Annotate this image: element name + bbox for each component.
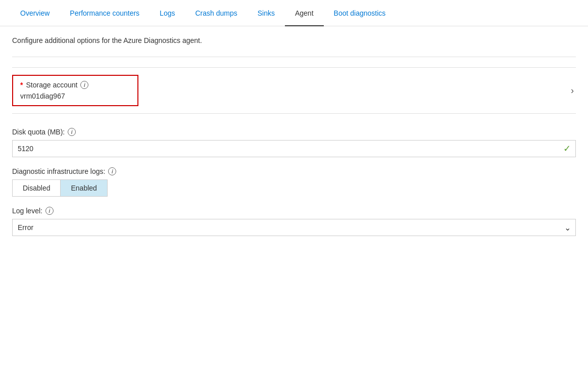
disk-quota-valid-icon: ✓ xyxy=(563,143,571,154)
log-level-label: Log level: xyxy=(12,207,42,215)
tab-overview[interactable]: Overview xyxy=(10,0,60,26)
required-indicator: * xyxy=(20,81,23,89)
tab-crash-dumps[interactable]: Crash dumps xyxy=(185,0,247,26)
log-level-group: Log level: i Error Warning Information V… xyxy=(12,207,576,236)
diagnostic-logs-disabled-btn[interactable]: Disabled xyxy=(12,179,60,197)
log-level-info-icon[interactable]: i xyxy=(45,207,54,215)
diagnostic-logs-label: Diagnostic infrastructure logs: xyxy=(12,167,105,175)
tab-navigation: OverviewPerformance countersLogsCrash du… xyxy=(0,0,588,26)
storage-account-chevron-icon[interactable]: › xyxy=(571,85,576,96)
page-description: Configure additional options for the Azu… xyxy=(12,36,576,44)
diagnostic-logs-enabled-btn[interactable]: Enabled xyxy=(60,179,107,197)
main-content: Configure additional options for the Azu… xyxy=(0,26,588,256)
log-level-select[interactable]: Error Warning Information Verbose xyxy=(12,219,576,236)
disk-quota-input-wrapper: ✓ xyxy=(12,140,576,157)
disk-quota-label: Disk quota (MB): xyxy=(12,128,65,136)
diagnostic-logs-group: Diagnostic infrastructure logs: i Disabl… xyxy=(12,167,576,197)
disk-quota-group: Disk quota (MB): i ✓ xyxy=(12,128,576,157)
storage-account-info-icon[interactable]: i xyxy=(80,81,88,89)
storage-account-label: Storage account xyxy=(26,81,77,89)
section-divider xyxy=(12,57,576,57)
storage-account-section: * Storage account i vrm01diag967 › xyxy=(12,67,576,114)
storage-account-field[interactable]: * Storage account i vrm01diag967 xyxy=(12,75,138,106)
diagnostic-logs-toggle: Disabled Enabled xyxy=(12,179,576,197)
tab-agent[interactable]: Agent xyxy=(285,0,324,26)
diagnostic-logs-info-icon[interactable]: i xyxy=(108,167,116,175)
log-level-select-wrapper: Error Warning Information Verbose ⌄ xyxy=(12,219,576,236)
tab-performance-counters[interactable]: Performance counters xyxy=(60,0,150,26)
tab-logs[interactable]: Logs xyxy=(150,0,185,26)
disk-quota-info-icon[interactable]: i xyxy=(68,128,76,136)
tab-boot-diagnostics[interactable]: Boot diagnostics xyxy=(324,0,396,26)
storage-account-value: vrm01diag967 xyxy=(20,92,130,100)
disk-quota-input[interactable] xyxy=(12,140,576,157)
tab-sinks[interactable]: Sinks xyxy=(248,0,285,26)
